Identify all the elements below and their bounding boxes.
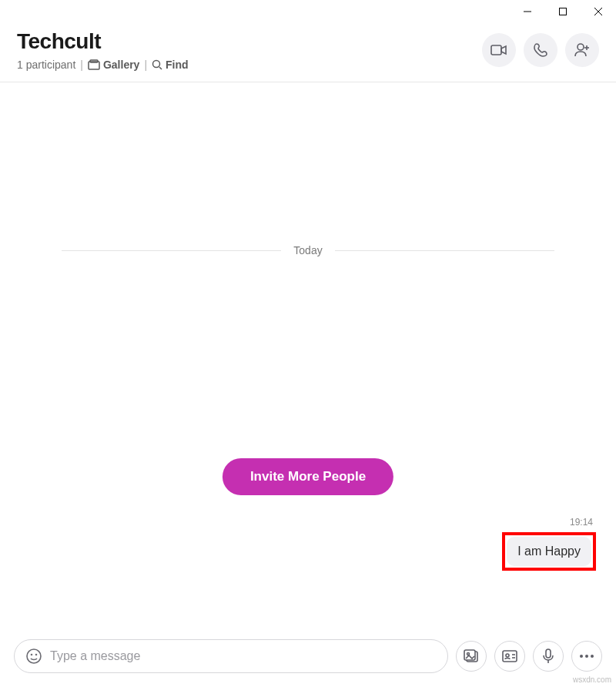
separator: | [80, 59, 83, 71]
gallery-button[interactable]: Gallery [88, 59, 139, 71]
svg-point-13 [32, 655, 32, 655]
media-icon [464, 649, 479, 663]
chat-title: Techcult [17, 29, 189, 54]
svg-rect-22 [546, 649, 551, 658]
message-bubble[interactable]: I am Happy [507, 537, 591, 566]
more-button[interactable] [571, 641, 602, 672]
svg-point-12 [27, 649, 41, 663]
chat-body: Today Invite More People 19:14 I am Happ… [0, 82, 616, 597]
svg-point-19 [506, 654, 509, 657]
close-button[interactable] [581, 0, 616, 23]
contact-card-button[interactable] [494, 641, 525, 672]
message-input[interactable] [50, 649, 437, 663]
microphone-icon [543, 648, 554, 664]
minimize-icon [523, 7, 532, 16]
find-label: Find [166, 59, 189, 71]
search-icon [152, 59, 162, 70]
gallery-label: Gallery [103, 59, 139, 71]
add-person-icon [574, 42, 591, 58]
invite-more-people-button[interactable]: Invite More People [223, 458, 393, 495]
header-actions [482, 33, 599, 67]
svg-rect-1 [560, 8, 567, 15]
participant-count: 1 participant [17, 59, 75, 71]
video-call-button[interactable] [482, 33, 516, 67]
date-separator: Today [0, 244, 616, 256]
chat-subheader: 1 participant | Gallery | Find [17, 59, 189, 71]
minimize-button[interactable] [510, 0, 545, 23]
audio-call-button[interactable] [524, 33, 557, 67]
date-label: Today [293, 244, 322, 256]
phone-icon [533, 42, 548, 58]
add-participant-button[interactable] [565, 33, 599, 67]
media-button[interactable] [456, 641, 487, 672]
message-highlight: I am Happy [502, 532, 596, 571]
composer [0, 639, 616, 673]
svg-point-9 [578, 44, 584, 50]
svg-rect-8 [491, 45, 501, 55]
header-left: Techcult 1 participant | Gallery | Find [17, 29, 189, 71]
message-timestamp: 19:14 [570, 517, 593, 528]
svg-point-14 [36, 655, 37, 655]
svg-line-7 [159, 67, 162, 69]
find-button[interactable]: Find [152, 59, 189, 71]
more-icon [580, 655, 594, 658]
maximize-button[interactable] [545, 0, 581, 23]
emoji-icon[interactable] [25, 648, 42, 665]
message-input-container [14, 639, 448, 673]
window-controls [510, 0, 616, 23]
voice-message-button[interactable] [533, 641, 564, 672]
maximize-icon [558, 7, 567, 16]
video-icon [490, 44, 507, 56]
close-icon [594, 7, 603, 16]
gallery-icon [88, 59, 100, 70]
separator: | [144, 59, 147, 71]
svg-rect-18 [503, 651, 517, 662]
contact-card-icon [502, 650, 517, 662]
watermark: wsxdn.com [573, 675, 611, 684]
svg-point-6 [153, 61, 160, 68]
